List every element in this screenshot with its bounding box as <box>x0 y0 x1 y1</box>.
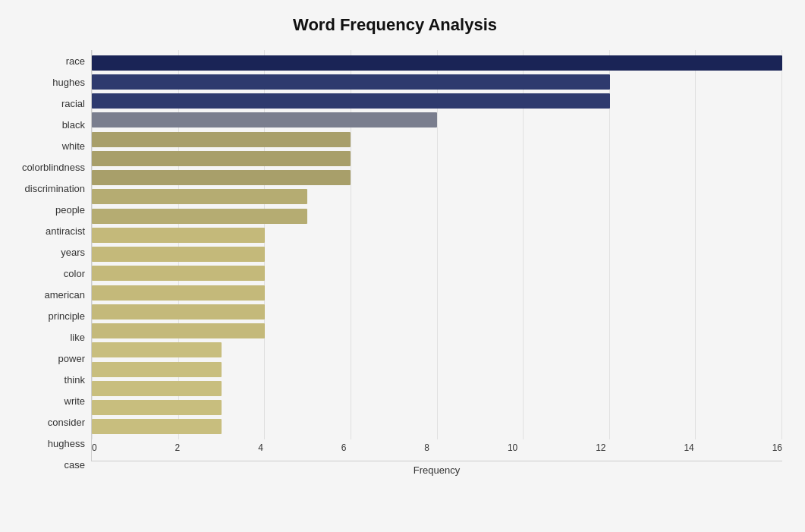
bar-row <box>92 360 782 379</box>
x-tick: 6 <box>341 442 347 461</box>
y-label: hughes <box>52 77 85 87</box>
bar <box>92 228 265 243</box>
bar <box>92 266 265 281</box>
y-label: racial <box>61 99 85 109</box>
plot-area: 0246810121416 <box>91 50 782 461</box>
bar-row <box>92 245 782 264</box>
y-label: color <box>64 269 85 279</box>
bar <box>92 247 265 262</box>
bar <box>92 381 222 396</box>
chart-container: Word Frequency Analysis racehughesracial… <box>0 0 805 532</box>
bar-row <box>92 264 782 283</box>
bar-row <box>92 130 782 149</box>
x-tick: 4 <box>258 442 263 461</box>
y-label: consider <box>48 417 85 427</box>
bar <box>92 55 782 71</box>
bar <box>92 400 222 415</box>
bar <box>92 132 351 147</box>
bars-container <box>92 50 782 439</box>
bar <box>92 151 351 166</box>
bar-row <box>92 322 782 341</box>
bar-row <box>92 283 782 302</box>
x-axis-title: Frequency <box>91 464 782 476</box>
y-label: like <box>70 332 85 342</box>
y-axis-labels: racehughesracialblackwhitecolorblindness… <box>8 50 91 476</box>
x-tick: 8 <box>424 442 429 461</box>
bar-row <box>92 398 782 417</box>
bar-row <box>92 53 782 72</box>
bar-row <box>92 168 782 187</box>
x-tick: 0 <box>92 442 97 461</box>
bar <box>92 93 610 109</box>
y-label: discrimination <box>25 184 85 194</box>
x-axis-labels: 0246810121416 <box>92 439 782 461</box>
bar <box>92 342 222 357</box>
x-tick: 12 <box>596 442 605 461</box>
chart-title: Word Frequency Analysis <box>8 15 782 35</box>
bar <box>92 323 265 338</box>
y-label: years <box>61 247 85 257</box>
bar <box>92 170 351 185</box>
bar <box>92 304 265 320</box>
bar-row <box>92 72 782 91</box>
x-tick: 14 <box>684 442 693 461</box>
bar <box>92 362 222 377</box>
bar-row <box>92 92 782 111</box>
bar <box>92 419 222 434</box>
bar-row <box>92 302 782 321</box>
bar-row <box>92 225 782 244</box>
bar <box>92 285 265 301</box>
y-label: american <box>45 290 85 300</box>
y-label: think <box>64 375 85 385</box>
y-label: race <box>66 56 85 66</box>
x-tick: 2 <box>175 442 181 461</box>
y-label: hughess <box>48 439 85 449</box>
y-label: power <box>58 354 85 364</box>
y-label: colorblindness <box>22 162 85 172</box>
bar <box>92 74 610 90</box>
bar <box>92 209 307 224</box>
bar-row <box>92 187 782 206</box>
y-label: antiracist <box>46 226 85 236</box>
y-label: white <box>62 141 85 151</box>
y-label: black <box>62 120 85 130</box>
bar-row <box>92 417 782 436</box>
bar-row <box>92 379 782 398</box>
y-label: write <box>64 396 85 406</box>
y-label: case <box>64 460 85 470</box>
bar <box>92 189 307 204</box>
bar-row <box>92 111 782 130</box>
bar-row <box>92 206 782 225</box>
x-tick: 16 <box>772 442 782 461</box>
bar-row <box>92 149 782 168</box>
y-label: principle <box>49 311 85 321</box>
chart-area: racehughesracialblackwhitecolorblindness… <box>8 50 782 476</box>
bar <box>92 112 437 127</box>
x-tick: 10 <box>508 442 517 461</box>
y-label: people <box>55 205 85 215</box>
bar-row <box>92 341 782 360</box>
